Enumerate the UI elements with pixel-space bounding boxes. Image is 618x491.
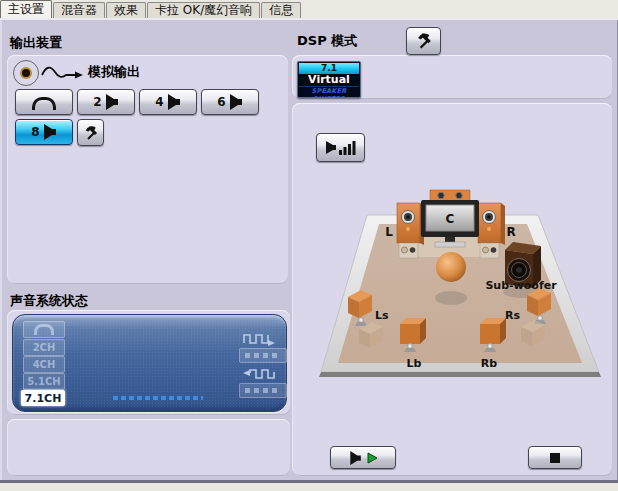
indicator-headphone-dim xyxy=(23,321,65,338)
dsp-settings-button[interactable] xyxy=(406,27,441,55)
speakers-4-button[interactable]: 4 xyxy=(139,89,197,115)
dsp-mode-title: DSP 模式 xyxy=(297,32,357,50)
label-right-back: Rb xyxy=(481,357,497,370)
stop-icon xyxy=(550,453,560,463)
headphone-icon xyxy=(34,324,54,335)
output-settings-button[interactable] xyxy=(77,119,104,146)
speakers-2-label: 2 xyxy=(93,95,101,109)
label-right-surround: Rs xyxy=(505,309,520,322)
analog-output-label: 模拟输出 xyxy=(88,63,140,81)
virtual-speaker-shifter-button[interactable]: 7.1 Virtual SPEAKER SHIFTER xyxy=(297,61,361,98)
speakers-4-label: 4 xyxy=(155,95,163,109)
listener-position[interactable] xyxy=(436,252,466,282)
speakers-8-label: 8 xyxy=(31,125,39,139)
label-front-left: L xyxy=(385,225,393,239)
volume-test-button[interactable] xyxy=(316,133,365,162)
wrench-icon xyxy=(83,125,99,141)
square-wave-in-icon xyxy=(241,367,275,381)
speaker-room-scene: L C R Sub-woofer Ls Rs Lb Rb xyxy=(315,178,610,383)
wrench-icon xyxy=(415,32,433,50)
shifter-speaker-shifter-label: SPEAKER SHIFTER xyxy=(299,86,359,98)
speaker-icon xyxy=(349,451,363,465)
indicator-4ch: 4CH xyxy=(23,356,65,373)
indicator-7-1ch-active: 7.1CH xyxy=(21,390,65,406)
play-test-button[interactable] xyxy=(330,446,396,469)
tab-effects[interactable]: 效果 xyxy=(106,2,146,18)
shifter-virtual-label: Virtual xyxy=(298,74,360,86)
output-device-title: 输出装置 xyxy=(10,34,62,52)
speaker-icon xyxy=(44,124,57,140)
bottom-left-panel xyxy=(7,419,290,476)
sound-status-display: 2CH 4CH 5.1CH 7.1CH xyxy=(12,314,287,412)
signal-dashes xyxy=(113,396,203,400)
tab-main-settings[interactable]: 主设置 xyxy=(0,0,52,18)
spdif-out-dashes xyxy=(245,353,281,358)
headphone-icon xyxy=(32,97,56,110)
play-icon xyxy=(367,452,378,464)
label-left-surround: Ls xyxy=(375,309,389,322)
square-wave-out-icon xyxy=(243,332,277,346)
tab-mixer[interactable]: 混音器 xyxy=(53,2,105,18)
spdif-in-status xyxy=(239,383,287,398)
tab-information[interactable]: 信息 xyxy=(261,2,301,18)
tab-karaoke[interactable]: 卡拉 OK/魔幻音响 xyxy=(147,2,260,18)
speaker-icon xyxy=(168,94,181,110)
label-subwoofer: Sub-woofer xyxy=(485,279,557,292)
spdif-in-dashes xyxy=(245,388,281,393)
stop-button[interactable] xyxy=(528,446,582,469)
listener-shadow xyxy=(435,291,467,305)
label-center: C xyxy=(446,212,455,226)
speakers-6-button[interactable]: 6 xyxy=(201,89,259,115)
headphone-button[interactable] xyxy=(15,89,73,115)
speaker-icon xyxy=(106,94,119,110)
speakers-2-button[interactable]: 2 xyxy=(77,89,135,115)
speakers-6-label: 6 xyxy=(217,95,225,109)
tab-strip: 主设置 混音器 效果 卡拉 OK/魔幻音响 信息 xyxy=(0,0,618,19)
sound-status-title: 声音系统状态 xyxy=(10,292,88,310)
floor-edge xyxy=(319,372,601,377)
indicator-2ch: 2CH xyxy=(23,339,65,356)
label-left-back: Lb xyxy=(407,357,422,370)
sine-wave-arrow-icon xyxy=(41,63,85,83)
jack-hole xyxy=(22,69,30,77)
audio-jack-icon xyxy=(13,60,39,86)
speaker-icon xyxy=(230,94,243,110)
label-front-right: R xyxy=(506,225,515,239)
window-bottom-strip xyxy=(0,483,618,491)
speakers-8-button[interactable]: 8 xyxy=(15,119,73,145)
speaker-volume-icon xyxy=(326,139,356,156)
indicator-5-1ch: 5.1CH xyxy=(23,373,65,390)
spdif-out-status xyxy=(239,348,287,363)
